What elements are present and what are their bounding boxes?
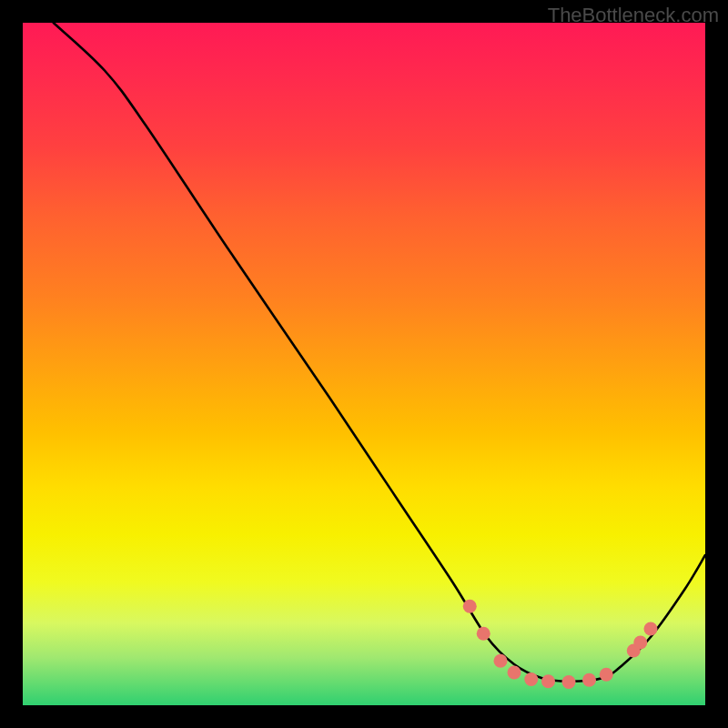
marker-dot: [508, 666, 521, 680]
watermark-text: TheBottleneck.com: [548, 4, 719, 27]
marker-dot: [541, 674, 555, 688]
marker-dot: [463, 600, 477, 613]
marker-dot: [600, 668, 613, 682]
marker-dot: [562, 675, 576, 689]
chart-container: TheBottleneck.com: [0, 0, 728, 728]
marker-dot: [524, 672, 538, 686]
marker-dot: [633, 636, 647, 650]
marker-dot: [494, 654, 508, 668]
chart-overlay: [23, 23, 705, 705]
marker-dot: [644, 622, 658, 636]
plot-area: [23, 23, 705, 705]
marker-dot: [582, 673, 596, 687]
marker-dot: [477, 627, 490, 641]
bottleneck-curve: [54, 23, 705, 682]
